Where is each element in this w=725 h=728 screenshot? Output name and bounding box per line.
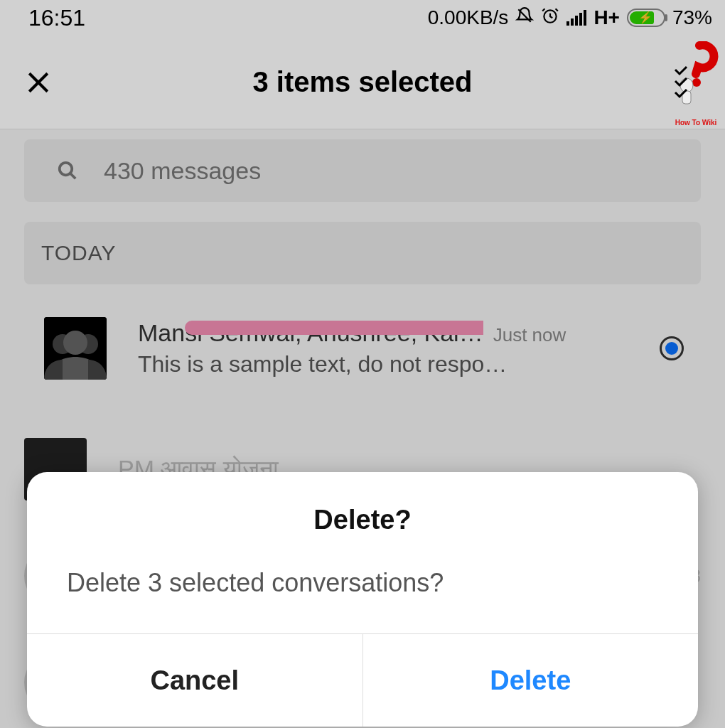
delete-dialog: Delete? Delete 3 selected conversations?… bbox=[27, 472, 698, 727]
delete-button[interactable]: Delete bbox=[363, 634, 699, 727]
screen: 16:51 0.00KB/s H+ ⚡ 73% 3 items selected… bbox=[0, 0, 725, 728]
dialog-message: Delete 3 selected conversations? bbox=[67, 568, 658, 598]
dialog-buttons: Cancel Delete bbox=[27, 633, 698, 727]
dialog-body: Delete? Delete 3 selected conversations? bbox=[27, 472, 698, 633]
cancel-button[interactable]: Cancel bbox=[27, 634, 363, 727]
dialog-title: Delete? bbox=[67, 505, 658, 535]
